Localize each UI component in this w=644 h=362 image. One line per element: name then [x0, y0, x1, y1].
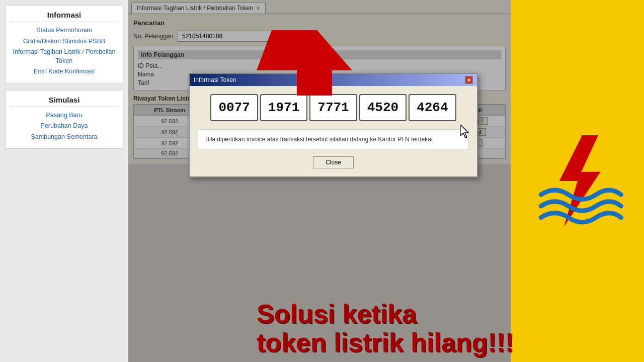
- right-panel: [511, 0, 644, 362]
- token-part-3: 7771: [309, 94, 357, 121]
- sidebar-item-pasang-baru[interactable]: Pasang Baru: [11, 111, 118, 120]
- sidebar-item-perubahan-daya[interactable]: Perubahan Daya: [11, 122, 118, 131]
- token-modal: Informasi Token ✕ 0077 1971 7771 4520 42…: [189, 73, 478, 177]
- sidebar-informasi-title: Informasi: [11, 11, 118, 22]
- modal-footer: Close: [198, 156, 469, 168]
- main-area: Informasi Tagihan Listrik / Pembelian To…: [128, 0, 511, 362]
- sidebar-item-sambungan-sementara[interactable]: Sambungan Sementara: [11, 133, 118, 142]
- modal-notice: Bila diperlukan invoice atas transaksi t…: [198, 129, 469, 149]
- sidebar-simulasi-title: Simulasi: [11, 96, 118, 107]
- modal-titlebar: Informasi Token ✕: [190, 74, 477, 86]
- sidebar-item-status-permohonan[interactable]: Status Permohonan: [11, 26, 118, 35]
- token-part-2: 1971: [260, 94, 307, 121]
- modal-body: 0077 1971 7771 4520 4264 Bila diperlukan…: [190, 86, 477, 176]
- token-part-1: 0077: [210, 94, 258, 121]
- sidebar-simulasi-section: Simulasi Pasang Baru Perubahan Daya Samb…: [5, 90, 123, 149]
- sidebar-item-gratis-diskon[interactable]: Gratis/Diskon Stimulus PSBB: [11, 37, 118, 46]
- sidebar-informasi-section: Informasi Status Permohonan Gratis/Disko…: [5, 5, 123, 84]
- sidebar: Informasi Status Permohonan Gratis/Disko…: [0, 0, 128, 362]
- token-part-5: 4264: [409, 94, 456, 121]
- svg-marker-3: [559, 135, 600, 227]
- token-boxes: 0077 1971 7771 4520 4264: [198, 94, 469, 121]
- modal-overlay: [128, 0, 511, 362]
- sidebar-item-entri-kode[interactable]: Entri Kode Konfirmasi: [11, 67, 118, 76]
- modal-title: Informasi Token: [194, 76, 236, 83]
- modal-close-button[interactable]: ✕: [465, 76, 473, 84]
- sidebar-item-info-tagihan[interactable]: Informasi Tagihan Listrik / Pembelian To…: [11, 48, 118, 65]
- modal-close-button-bottom[interactable]: Close: [313, 156, 354, 168]
- pln-logo: [527, 131, 628, 231]
- token-part-4: 4520: [359, 94, 407, 121]
